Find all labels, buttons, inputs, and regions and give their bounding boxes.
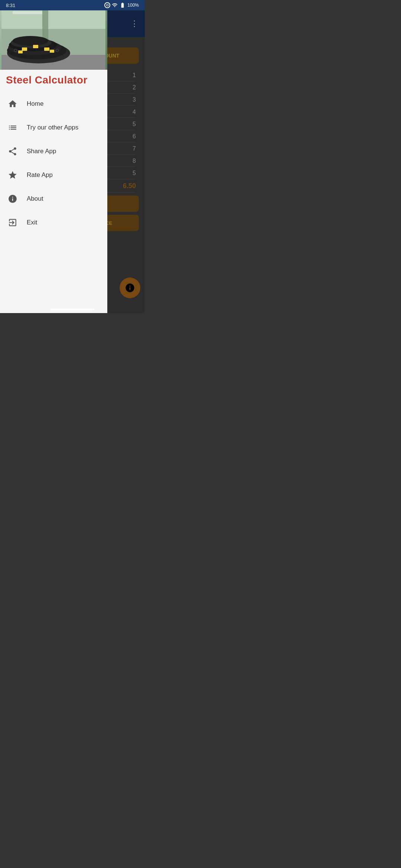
about-label: About <box>27 195 43 203</box>
svg-point-18 <box>15 50 16 51</box>
app-icon-o: O <box>104 2 110 8</box>
menu-item-share-app[interactable]: Share App <box>0 139 107 163</box>
svg-rect-12 <box>22 47 27 51</box>
rate-app-label: Rate App <box>27 171 53 179</box>
svg-point-11 <box>13 36 48 46</box>
list-icon <box>7 122 18 133</box>
home-label: Home <box>27 100 43 108</box>
status-bar: 8:31 O 100% <box>0 0 145 10</box>
menu-item-rate-app[interactable]: Rate App <box>0 163 107 187</box>
try-other-apps-label: Try our other Apps <box>27 124 78 131</box>
menu-item-about[interactable]: About <box>0 187 107 211</box>
screen: ⋮ OD COUNT 1 2 3 4 5 6 7 8 5 6.50 ENCE <box>0 10 145 313</box>
menu-item-exit[interactable]: Exit <box>0 211 107 234</box>
svg-point-20 <box>56 50 58 51</box>
share-icon <box>7 146 18 157</box>
drawer-menu: Home Try our other Apps Share App <box>0 89 107 313</box>
exit-label: Exit <box>27 219 37 226</box>
menu-item-home[interactable]: Home <box>0 92 107 116</box>
signal-icon <box>112 2 118 8</box>
info-icon <box>7 194 18 204</box>
svg-rect-5 <box>13 11 42 14</box>
status-icons: O 100% <box>104 2 139 8</box>
exit-icon <box>7 217 18 228</box>
battery-percent: 100% <box>127 3 139 8</box>
steel-image-svg <box>1 10 105 70</box>
nav-drawer: Steel Calculator Home Try <box>0 10 107 313</box>
star-icon <box>7 170 18 180</box>
svg-rect-13 <box>33 45 38 48</box>
drawer-header: Steel Calculator <box>0 10 107 89</box>
home-icon <box>7 99 18 109</box>
svg-rect-15 <box>18 50 23 53</box>
share-app-label: Share App <box>27 148 56 155</box>
svg-rect-14 <box>44 47 49 51</box>
bottom-nav-bar <box>50 309 95 310</box>
svg-rect-16 <box>50 50 54 53</box>
status-time: 8:31 <box>6 3 15 8</box>
drawer-hero-image <box>0 10 107 70</box>
battery-icon <box>119 2 126 8</box>
app-title: Steel Calculator <box>0 70 107 89</box>
menu-item-try-other-apps[interactable]: Try our other Apps <box>0 116 107 139</box>
